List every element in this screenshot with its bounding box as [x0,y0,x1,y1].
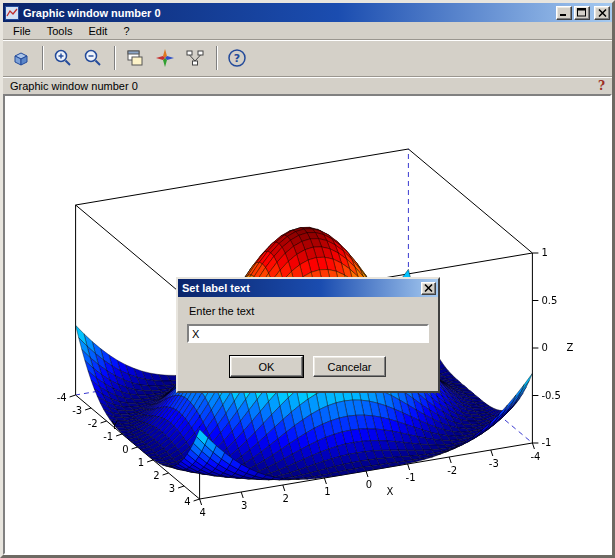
toolbar-separator [216,46,218,70]
close-button[interactable] [594,6,610,20]
menu-item-help[interactable]: ? [115,23,137,39]
rotate-3d-icon [11,48,31,68]
menu-item-file[interactable]: File [5,23,39,39]
rotate-3d-button[interactable] [7,44,35,72]
svg-text:?: ? [234,52,240,65]
cancel-button[interactable]: Cancelar [313,356,386,377]
toolbar-separator [114,46,116,70]
minimize-button[interactable] [556,6,572,20]
dialog-body: Enter the text OK Cancelar [178,297,438,391]
dialog-prompt: Enter the text [189,305,429,317]
maximize-button[interactable] [574,6,590,20]
infobar-text: Graphic window number 0 [10,80,138,92]
compass-star-button[interactable] [151,44,179,72]
app-icon [5,6,19,20]
help-button[interactable]: ? [223,44,251,72]
window-titlebar[interactable]: Graphic window number 0 [3,3,612,22]
help-icon: ? [227,48,247,68]
ok-button[interactable]: OK [230,356,303,377]
menubar: File Tools Edit ? [3,22,612,40]
maximize-icon [577,8,587,17]
graph-nodes-button[interactable] [181,44,209,72]
minimize-icon [559,8,569,17]
dialog-title: Set label text [182,282,421,294]
zoom-out-button[interactable] [79,44,107,72]
compass-star-icon [155,48,175,68]
window-title: Graphic window number 0 [23,7,554,19]
dialog-buttons: OK Cancelar [187,356,429,377]
dialog-titlebar[interactable]: Set label text [178,279,438,297]
menu-item-edit[interactable]: Edit [80,23,115,39]
graphic-window: Graphic window number 0 File Tools Edit … [0,0,615,558]
zoom-in-button[interactable] [49,44,77,72]
close-icon [598,9,607,17]
toolbar: ? [3,40,612,77]
set-label-dialog: Set label text Enter the text OK Cancela… [176,277,440,393]
ged-editor-icon [125,48,145,68]
infobar: Graphic window number 0 ? [3,77,612,94]
infobar-help-marker[interactable]: ? [598,79,605,93]
graph-nodes-icon [185,48,205,68]
zoom-out-icon [83,48,103,68]
menu-item-tools[interactable]: Tools [39,23,81,39]
label-text-input[interactable] [187,324,429,343]
toolbar-separator [42,46,44,70]
dialog-close-button[interactable] [421,282,436,295]
zoom-in-icon [53,48,73,68]
ged-editor-button[interactable] [121,44,149,72]
close-icon [424,284,433,292]
